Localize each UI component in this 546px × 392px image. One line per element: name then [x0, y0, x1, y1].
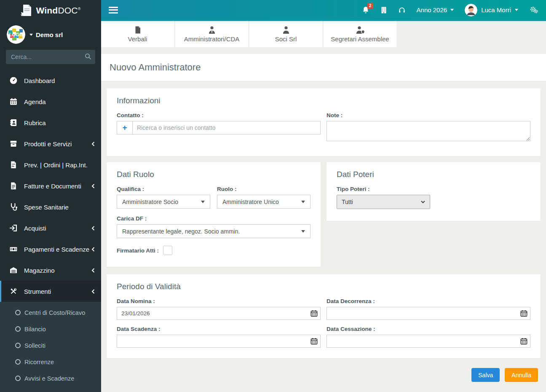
sidebar-nav: Dashboard Agenda Rubrica Prodotti e Serv… [0, 70, 101, 392]
sidebar-item-pagamenti-e-scadenze[interactable]: Pagamenti e Scadenze [0, 239, 101, 260]
user-tie-icon [207, 26, 217, 34]
note-textarea[interactable] [327, 121, 530, 141]
submenu-item-centri-di-costo[interactable]: Centri di Costo/Ricavo [0, 304, 101, 321]
building-icon [380, 6, 387, 14]
app-logo: WindDOC® [0, 0, 101, 21]
calendar-icon[interactable] [310, 310, 318, 317]
sidebar-item-prev-ordini[interactable]: Prev. | Ordini | Rap.Int. [0, 154, 101, 175]
card-informazioni: Informazioni Contatto : + Note : [107, 89, 541, 156]
circle-icon [15, 359, 21, 365]
data-decorrenza-input[interactable] [327, 307, 530, 320]
topbar: 2 Anno 2026 [101, 0, 546, 21]
circle-icon [15, 310, 21, 315]
gears-icon [529, 6, 538, 14]
sidebar-item-acquisti[interactable]: Acquisti [0, 217, 101, 239]
hamburger-menu-icon[interactable] [109, 5, 118, 15]
strumenti-submenu: Centri di Costo/Ricavo Bilancio Sollecit… [0, 302, 101, 392]
sidebar-item-dashboard[interactable]: Dashboard [0, 70, 101, 91]
calendar-icon[interactable] [520, 310, 527, 317]
tab-soci-srl[interactable]: Soci Srl [249, 21, 322, 47]
carica-df-label: Carica DF : [117, 215, 310, 222]
year-selector[interactable]: Anno 2026 [417, 6, 454, 13]
search-input[interactable] [6, 50, 95, 64]
form-actions: Salva Annulla [107, 368, 541, 382]
tab-amministratori-cda[interactable]: Amministratori/CDA [175, 21, 248, 47]
qualifica-select[interactable]: Amministratore Socio [117, 195, 210, 209]
chevron-left-icon [91, 288, 95, 295]
settings-button[interactable] [529, 6, 538, 14]
tab-segretari-assemblee[interactable]: Segretari Assemblee [324, 21, 396, 47]
sidebar-item-agenda[interactable]: Agenda [0, 91, 101, 112]
submenu-item-bilancio[interactable]: Bilancio [0, 321, 101, 337]
data-scadenza-input[interactable] [117, 335, 321, 348]
add-contact-button[interactable]: + [117, 121, 132, 134]
file-pdf-icon [9, 161, 18, 169]
address-book-icon [9, 118, 18, 127]
search-icon[interactable] [85, 53, 91, 61]
sidebar-item-prodotti-e-servizi[interactable]: Prodotti e Servizi [0, 133, 101, 154]
user-icon [281, 26, 291, 34]
chevron-down-icon [201, 201, 205, 203]
chevron-down-icon [301, 230, 305, 233]
company-logo: LOGO [7, 25, 25, 44]
user-name: Luca Morri [481, 6, 511, 13]
banknote-icon [9, 245, 18, 253]
card-dati-poteri: Dati Poteri Tipo Poteri : Tutti [327, 162, 541, 221]
file-text-icon [9, 182, 18, 190]
sidebar-item-magazzino[interactable]: Magazzino [0, 260, 101, 281]
carica-df-select[interactable]: Rappresentante legale, negoz. Socio ammi… [117, 224, 310, 238]
section-heading: Periodo di Validità [117, 282, 530, 291]
save-button[interactable]: Salva [471, 368, 500, 382]
circle-icon [15, 326, 21, 332]
chevron-down-icon [421, 201, 425, 204]
winddoc-logo-icon [20, 4, 33, 17]
qualifica-label: Qualifica : [117, 186, 210, 192]
tipo-poteri-label: Tipo Poteri : [337, 186, 530, 192]
contatto-input[interactable] [132, 121, 321, 134]
cancel-button[interactable]: Annulla [505, 368, 538, 382]
user-shield-icon [355, 26, 365, 34]
company-selector[interactable]: LOGO Demo srl [0, 21, 101, 48]
sidebar-item-fatture-e-documenti[interactable]: Fatture e Documenti [0, 175, 101, 196]
section-tabs: Verbali Amministratori/CDA Soci Srl Segr… [101, 21, 546, 47]
calendar-icon[interactable] [520, 338, 527, 345]
company-registry-button[interactable] [380, 6, 387, 14]
user-menu[interactable]: Luca Morri [465, 4, 518, 16]
gauge-icon [9, 76, 18, 85]
chevron-left-icon [91, 267, 95, 274]
chevron-left-icon [91, 140, 95, 148]
data-cessazione-input[interactable] [327, 335, 530, 348]
submenu-item-solleciti[interactable]: Solleciti [0, 337, 101, 354]
chevron-left-icon [91, 246, 95, 253]
calendar-icon[interactable] [310, 338, 318, 345]
data-nomina-label: Data Nomina : [117, 298, 321, 304]
chevron-down-icon [29, 34, 33, 36]
page-title: Nuovo Amministratore [110, 62, 538, 73]
support-button[interactable] [398, 6, 406, 13]
data-nomina-input[interactable] [117, 307, 321, 320]
notification-badge: 2 [367, 3, 373, 9]
sidebar-item-spese-sanitarie[interactable]: Spese Sanitarie [0, 196, 101, 217]
chevron-left-icon [91, 225, 95, 232]
ruolo-select[interactable]: Amministratore Unico [217, 195, 310, 209]
tab-verbali[interactable]: Verbali [101, 21, 174, 47]
file-icon [134, 26, 142, 34]
card-periodo-validita: Periodo di Validità Data Nomina : Data D… [107, 274, 541, 358]
sidebar-item-rubrica[interactable]: Rubrica [0, 112, 101, 133]
svg-text:LOGO: LOGO [9, 32, 23, 37]
firmatario-atti-checkbox[interactable] [163, 246, 172, 255]
ruolo-label: Ruolo : [217, 186, 310, 192]
sidebar-item-strumenti[interactable]: Strumenti [0, 281, 101, 302]
tools-icon [9, 287, 18, 295]
circle-icon [15, 376, 21, 381]
tipo-poteri-select[interactable]: Tutti [337, 195, 430, 209]
submenu-item-avvisi-e-scadenze[interactable]: Avvisi e Scadenze [0, 370, 101, 387]
submenu-item-ricorrenze[interactable]: Ricorrenze [0, 354, 101, 370]
page-header: Nuovo Amministratore [101, 54, 546, 81]
submenu-item-appuntamenti[interactable]: Appuntamenti [0, 387, 101, 392]
notifications-button[interactable]: 2 [362, 6, 369, 14]
data-scadenza-label: Data Scadenza : [117, 326, 321, 332]
section-heading: Dati Poteri [337, 170, 530, 179]
stethoscope-icon [9, 203, 18, 211]
form-content: Informazioni Contatto : + Note : Dati Ru… [101, 81, 546, 382]
